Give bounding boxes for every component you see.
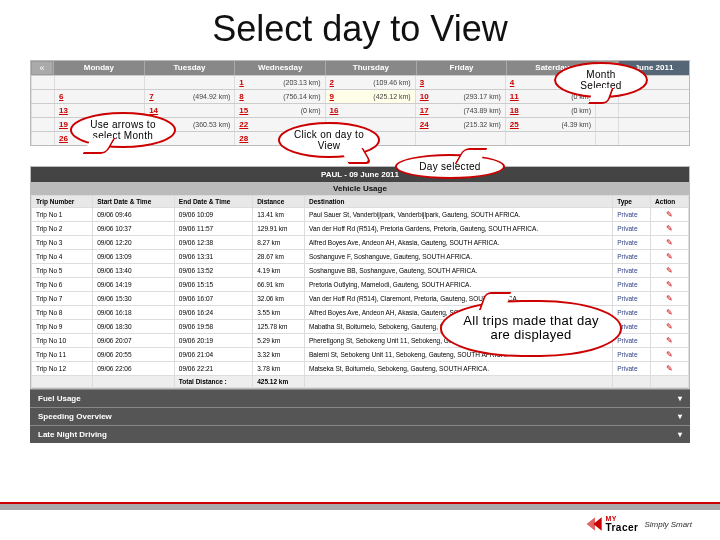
calendar-day[interactable]: 14 xyxy=(144,104,234,117)
edit-icon[interactable]: ✎ xyxy=(666,210,673,219)
tracer-logo-icon xyxy=(585,514,605,534)
dayhead: Monday xyxy=(53,61,144,75)
edit-icon[interactable]: ✎ xyxy=(666,224,673,233)
total-distance-value: 425.12 km xyxy=(253,376,305,388)
annotation-day-selected: Day selected xyxy=(395,154,505,179)
chevron-down-icon: ▾ xyxy=(678,430,682,439)
calendar-day[interactable]: 17(743.89 km) xyxy=(415,104,505,117)
brand-name: Tracer xyxy=(605,522,638,533)
table-row[interactable]: Trip No 309/06 12:2009/06 12:388.27 kmAl… xyxy=(32,236,689,250)
chevron-down-icon: ▾ xyxy=(678,394,682,403)
table-row[interactable]: Trip No 1209/06 22:0609/06 22:213.78 kmM… xyxy=(32,362,689,376)
chevron-down-icon: ▾ xyxy=(678,412,682,421)
calendar-day[interactable]: 7(494.92 km) xyxy=(144,90,234,103)
table-row[interactable]: Trip No 509/06 13:4009/06 13:524.19 kmSo… xyxy=(32,264,689,278)
edit-icon[interactable]: ✎ xyxy=(666,280,673,289)
calendar-day[interactable]: 15(0 km) xyxy=(234,104,324,117)
annotation-click-day: Click on day to View xyxy=(278,122,380,158)
brand-logo: MYTracer Simply Smart xyxy=(585,514,692,534)
column-header: Distance xyxy=(253,196,305,208)
calendar-day[interactable]: 10(293.17 km) xyxy=(415,90,505,103)
vehicle-usage-table: Trip NumberStart Date & TimeEnd Date & T… xyxy=(31,195,689,388)
calendar-day[interactable]: 8(756.14 km) xyxy=(234,90,324,103)
column-header: Type xyxy=(613,196,651,208)
total-distance-label: Total Distance : xyxy=(174,376,252,388)
table-row[interactable]: Trip No 109/06 09:4609/06 10:0913.41 kmP… xyxy=(32,208,689,222)
footer-stripe xyxy=(0,502,720,510)
edit-icon[interactable]: ✎ xyxy=(666,238,673,247)
calendar-day[interactable]: 16 xyxy=(325,104,415,117)
edit-icon[interactable]: ✎ xyxy=(666,322,673,331)
calendar-day[interactable]: 6 xyxy=(54,90,144,103)
day-detail-title: PAUL - 09 June 2011 xyxy=(31,167,689,182)
dayhead: Wednesday xyxy=(234,61,325,75)
day-detail-panel: PAUL - 09 June 2011 Vehicle Usage Trip N… xyxy=(30,166,690,389)
section-toggle[interactable]: Late Night Driving▾ xyxy=(30,425,690,443)
calendar-day[interactable]: 3 xyxy=(415,76,505,89)
section-toggle[interactable]: Fuel Usage▾ xyxy=(30,389,690,407)
calendar-day[interactable]: 18(0 km) xyxy=(505,104,595,117)
table-row[interactable]: Trip No 409/06 13:0909/06 13:3128.67 kmS… xyxy=(32,250,689,264)
calendar-day[interactable]: 1(203.13 km) xyxy=(234,76,324,89)
calendar-day[interactable]: 9(425.12 km) xyxy=(325,90,415,103)
table-row[interactable]: Trip No 709/06 15:3009/06 16:0732.06 kmV… xyxy=(32,292,689,306)
edit-icon[interactable]: ✎ xyxy=(666,308,673,317)
vehicle-usage-header[interactable]: Vehicle Usage xyxy=(31,182,689,195)
prev-month-button[interactable]: « xyxy=(31,61,53,75)
calendar-day[interactable] xyxy=(54,76,144,89)
calendar-day[interactable]: 2(109.46 km) xyxy=(325,76,415,89)
section-toggle[interactable]: Speeding Overview▾ xyxy=(30,407,690,425)
column-header: Start Date & Time xyxy=(93,196,175,208)
annotation-month-selected: Month Selected xyxy=(554,62,648,98)
calendar-day[interactable]: 24(215.32 km) xyxy=(415,118,505,131)
annotation-all-trips: All trips made that day are displayed xyxy=(440,300,622,357)
table-row[interactable]: Trip No 609/06 14:1909/06 15:1566.91 kmP… xyxy=(32,278,689,292)
edit-icon[interactable]: ✎ xyxy=(666,266,673,275)
slide-title: Select day to View xyxy=(0,8,720,50)
edit-icon[interactable]: ✎ xyxy=(666,294,673,303)
edit-icon[interactable]: ✎ xyxy=(666,350,673,359)
calendar-day[interactable]: 25(4.39 km) xyxy=(505,118,595,131)
dayhead: Tuesday xyxy=(144,61,235,75)
column-header: Action xyxy=(651,196,689,208)
column-header: Destination xyxy=(305,196,613,208)
edit-icon[interactable]: ✎ xyxy=(666,336,673,345)
column-header: Trip Number xyxy=(32,196,93,208)
edit-icon[interactable]: ✎ xyxy=(666,252,673,261)
brand-slogan: Simply Smart xyxy=(644,520,692,529)
calendar-day[interactable] xyxy=(505,132,595,145)
dayhead: Friday xyxy=(416,61,507,75)
dayhead: Thursday xyxy=(325,61,416,75)
calendar-day[interactable] xyxy=(144,76,234,89)
column-header: End Date & Time xyxy=(174,196,252,208)
annotation-use-arrows: Use arrows to select Month xyxy=(70,112,176,148)
calendar-day[interactable] xyxy=(415,132,505,145)
table-row[interactable]: Trip No 209/06 10:3709/06 11:57129.91 km… xyxy=(32,222,689,236)
edit-icon[interactable]: ✎ xyxy=(666,364,673,373)
